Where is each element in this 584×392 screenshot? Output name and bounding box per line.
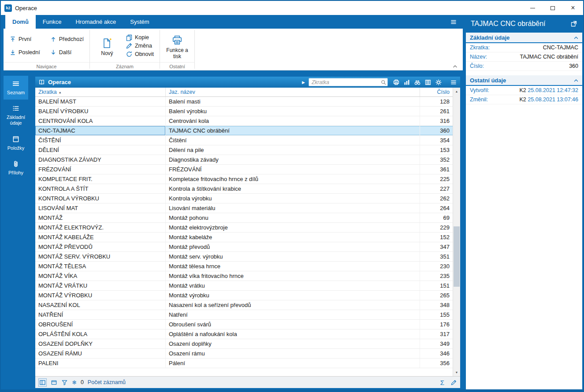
filter-button[interactable] [61, 379, 68, 386]
table-cell: 69 [420, 213, 453, 222]
table-row[interactable]: DIAGNOSTIKA ZÁVADYDiagnostika závady352 [35, 155, 453, 165]
table-row[interactable]: MONTÁŽ VÝROBKUMontáž výrobku265 [35, 291, 453, 300]
table-cell: 229 [420, 223, 453, 232]
sidebar-item-polozky[interactable]: Položky [4, 131, 28, 155]
collapse-ribbon-button[interactable] [453, 65, 458, 68]
record-count-label[interactable]: Počet záznamů [88, 379, 126, 385]
table-row[interactable]: ČIŠTĚNÍČištění354 [35, 136, 453, 145]
content-area: Seznam Základní údaje Položky Přílohy [4, 70, 463, 389]
table-cell: Balení výrobku [166, 107, 420, 116]
table-row[interactable]: BALENÍ MASTBalení masti128 [35, 97, 453, 107]
sidebar: Seznam Základní údaje Položky Přílohy [4, 70, 28, 389]
binoculars-icon [414, 79, 421, 86]
chart-button[interactable] [403, 79, 410, 86]
change-button[interactable]: Změna [124, 42, 155, 49]
table-cell: Montáž výrobku [166, 291, 420, 300]
table-row[interactable]: KOMPLETACE FRIT.Kompletace fritovacího h… [35, 174, 453, 184]
table-row[interactable]: NASAZENÍ KOLNasazení kol a seřízení přev… [35, 300, 453, 310]
table-row[interactable]: MONTÁŽMontáž pohonu69 [35, 213, 453, 223]
app-window: k2 Operace × Domů Funkce Hromadné akce S… [0, 0, 584, 392]
table-cell: 316 [420, 116, 453, 126]
arrow-last-icon [9, 49, 16, 56]
scroll-down-button[interactable]: ▼ [453, 369, 460, 376]
table-cell: MONTÁŽ SERV. VÝROBKU [35, 252, 166, 261]
table-cell: MONTÁŽ VÍKA [35, 271, 166, 281]
table-cell: NASAZENÍ KOL [35, 300, 166, 310]
first-button[interactable]: První [8, 34, 41, 44]
table-row[interactable]: MONTÁŽ VÍKAMontáž víka fritovacího hrnce… [35, 271, 453, 281]
lookup-button[interactable] [414, 79, 421, 86]
table-cell: Dělení na pile [166, 145, 420, 155]
maximize-button[interactable] [543, 1, 563, 15]
copy-label: Kopie [135, 34, 149, 41]
print-grid-button[interactable] [393, 79, 400, 86]
column-header-jaz-nazev[interactable]: Jaz. název [166, 88, 420, 96]
table-row[interactable]: MONTÁŽ ELEKTROVÝZ.Montáž elektrovýzbroje… [35, 223, 453, 233]
table-row[interactable]: LISOVÁNÍ MATLisování materiálu264 [35, 203, 453, 213]
card-view-button[interactable] [51, 379, 57, 386]
section-header-ostatni-udaje[interactable]: Ostatní údaje [466, 75, 582, 86]
sum-button[interactable]: Σ [440, 379, 444, 386]
table-row[interactable]: MONTÁŽ SERV. VÝROBKUMontáž serv. výrobku… [35, 252, 453, 262]
table-row[interactable]: FRÉZOVÁNÍFRÉZOVÁNÍ361 [35, 165, 453, 174]
table-row[interactable]: DĚLENÍDělení na pile153 [35, 145, 453, 155]
section-header-zakladni-udaje[interactable]: Základní údaje [466, 33, 582, 43]
scroll-up-button[interactable]: ▲ [453, 88, 460, 95]
column-header-zkratka[interactable]: Zkratka ▲ [35, 88, 166, 96]
table-row[interactable]: BALENÍ VÝROBKUBalení výrobku261 [35, 107, 453, 116]
table-row[interactable]: OSAZENÍ RÁMUOsazení rámu346 [35, 349, 453, 359]
table-row[interactable]: CENTROVÁNÍ KOLACentrování kola316 [35, 116, 453, 126]
table-cell: 151 [420, 281, 453, 290]
next-button[interactable]: Další [48, 47, 85, 58]
table-row[interactable]: OPLÁŠTĚNÍ KOLAOpláštění a nafoukání kola… [35, 329, 453, 339]
table-row[interactable]: MONTÁŽ PŘEVODŮMontáž převodů347 [35, 242, 453, 252]
scrollbar-thumb[interactable] [454, 226, 460, 287]
play-icon[interactable]: ▶ [302, 80, 305, 85]
scrollbar-track[interactable] [453, 95, 460, 369]
snowflake-icon[interactable]: ❄ [72, 379, 77, 386]
copy-button[interactable]: Kopie [124, 34, 155, 41]
table-row[interactable]: NATŘENÍNatření155 [35, 310, 453, 320]
previous-button[interactable]: Předchozí [48, 34, 85, 44]
refresh-button[interactable]: Obnovit [124, 51, 155, 58]
tab-hromadne-akce[interactable]: Hromadné akce [68, 15, 123, 29]
sidebar-item-seznam[interactable]: Seznam [4, 76, 28, 100]
table-row[interactable]: MONTÁŽ TĚLESAMontáž tělesa hrnce230 [35, 262, 453, 271]
column-label: Zkratka [38, 89, 57, 95]
table-row[interactable]: OBROUŠENÍObroušení svárů176 [35, 320, 453, 329]
ribbon-menu-button[interactable] [444, 15, 463, 29]
edit-button[interactable] [450, 379, 457, 386]
table-row[interactable]: MONTÁŽ VRÁTKUMontáž vrátku151 [35, 281, 453, 291]
sidebar-item-zakladni-udaje[interactable]: Základní údaje [4, 100, 28, 130]
table-row[interactable]: KONTROLA A ŠTÍTKontrola a štítkování kra… [35, 184, 453, 194]
table-row[interactable]: PALENIPálení356 [35, 359, 453, 368]
table-cell: OBROUŠENÍ [35, 320, 166, 329]
search-input[interactable] [309, 78, 388, 86]
grid-menu-button[interactable] [450, 79, 457, 86]
table-row[interactable]: KONTROLA VÝROBKUKontrola výrobku262 [35, 194, 453, 203]
table-cell: Montáž převodů [166, 242, 420, 251]
table-row[interactable]: OSAZENÍ DOPLŇKYOsazení doplňky349 [35, 339, 453, 349]
minimize-button[interactable] [522, 1, 543, 15]
tab-system[interactable]: Systém [123, 15, 156, 29]
sidebar-item-prilohy[interactable]: Přílohy [4, 156, 28, 180]
column-header-cislo[interactable]: Číslo [420, 88, 453, 96]
tab-funkce[interactable]: Funkce [36, 15, 69, 29]
table-cell: Diagnostika závady [166, 155, 420, 164]
chevron-up-icon [453, 65, 458, 68]
columns-button[interactable] [424, 79, 431, 86]
vertical-scrollbar[interactable]: ▲ ▼ [453, 88, 460, 376]
split-view-button[interactable] [38, 378, 47, 387]
table-row[interactable]: MONTÁŽ KABELÁŽEMontáž kabeláže152 [35, 233, 453, 242]
tab-domu[interactable]: Domů [5, 15, 36, 29]
open-in-window-button[interactable] [570, 20, 577, 27]
new-button[interactable]: Nový [94, 35, 120, 57]
sidebar-label: Seznam [7, 90, 25, 96]
table-cell: Montáž tělesa hrnce [166, 262, 420, 271]
last-button[interactable]: Poslední [8, 47, 41, 58]
close-button[interactable]: × [563, 1, 583, 15]
functions-print-button[interactable]: Funkce a tisk [164, 32, 190, 60]
field-value: K2 25.08.2021 13:07:46 [504, 96, 578, 103]
settings-button[interactable] [435, 79, 442, 86]
table-row[interactable]: CNC-TAJMACTAJMAC CNC obrábění360 [35, 126, 453, 136]
